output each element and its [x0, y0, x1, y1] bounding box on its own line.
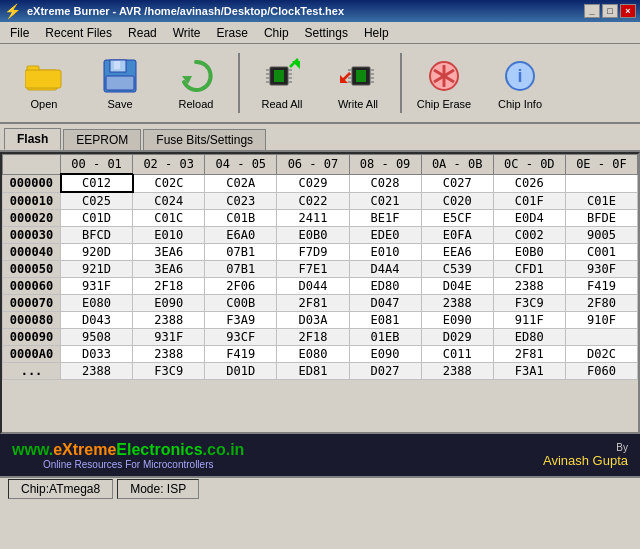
data-cell[interactable]: C01D: [61, 210, 133, 227]
data-cell[interactable]: C011: [421, 346, 493, 363]
data-cell[interactable]: C021: [349, 192, 421, 210]
data-cell[interactable]: 2388: [493, 278, 565, 295]
chip-erase-button[interactable]: Chip Erase: [408, 49, 480, 117]
data-cell[interactable]: F419: [205, 346, 277, 363]
menu-recent-files[interactable]: Recent Files: [37, 24, 120, 42]
data-cell[interactable]: C012: [61, 174, 133, 192]
data-cell[interactable]: BFDE: [565, 210, 637, 227]
data-cell[interactable]: E010: [133, 227, 205, 244]
data-cell[interactable]: EDE0: [349, 227, 421, 244]
data-cell[interactable]: C025: [61, 192, 133, 210]
data-cell[interactable]: D01D: [205, 363, 277, 380]
data-cell[interactable]: 07B1: [205, 244, 277, 261]
data-cell[interactable]: 2F06: [205, 278, 277, 295]
data-cell[interactable]: F7D9: [277, 244, 349, 261]
data-cell[interactable]: C028: [349, 174, 421, 192]
data-cell[interactable]: 930F: [565, 261, 637, 278]
data-cell[interactable]: ED80: [349, 278, 421, 295]
data-cell[interactable]: C002: [493, 227, 565, 244]
write-all-button[interactable]: Write All: [322, 49, 394, 117]
data-cell[interactable]: ED81: [277, 363, 349, 380]
data-cell[interactable]: C01F: [493, 192, 565, 210]
data-cell[interactable]: BFCD: [61, 227, 133, 244]
data-cell[interactable]: D03A: [277, 312, 349, 329]
data-cell[interactable]: 910F: [565, 312, 637, 329]
data-cell[interactable]: E0FA: [421, 227, 493, 244]
tab-eeprom[interactable]: EEPROM: [63, 129, 141, 150]
data-cell[interactable]: [565, 329, 637, 346]
save-button[interactable]: Save: [84, 49, 156, 117]
data-cell[interactable]: 2F81: [277, 295, 349, 312]
data-cell[interactable]: E090: [421, 312, 493, 329]
data-cell[interactable]: E081: [349, 312, 421, 329]
data-cell[interactable]: F3A9: [205, 312, 277, 329]
menu-write[interactable]: Write: [165, 24, 209, 42]
data-cell[interactable]: 2388: [133, 312, 205, 329]
data-cell[interactable]: EEA6: [421, 244, 493, 261]
data-cell[interactable]: 911F: [493, 312, 565, 329]
data-cell[interactable]: 3EA6: [133, 244, 205, 261]
tab-flash[interactable]: Flash: [4, 128, 61, 150]
data-cell[interactable]: 07B1: [205, 261, 277, 278]
data-cell[interactable]: F3C9: [133, 363, 205, 380]
data-cell[interactable]: C024: [133, 192, 205, 210]
data-cell[interactable]: C00B: [205, 295, 277, 312]
data-cell[interactable]: F419: [565, 278, 637, 295]
data-cell[interactable]: C020: [421, 192, 493, 210]
data-cell[interactable]: F060: [565, 363, 637, 380]
data-cell[interactable]: 920D: [61, 244, 133, 261]
data-cell[interactable]: 2F81: [493, 346, 565, 363]
data-cell[interactable]: D043: [61, 312, 133, 329]
data-cell[interactable]: E080: [277, 346, 349, 363]
data-cell[interactable]: BE1F: [349, 210, 421, 227]
data-cell[interactable]: E080: [61, 295, 133, 312]
data-cell[interactable]: D033: [61, 346, 133, 363]
chip-info-button[interactable]: i Chip Info: [484, 49, 556, 117]
data-cell[interactable]: 2411: [277, 210, 349, 227]
data-cell[interactable]: 3EA6: [133, 261, 205, 278]
menu-file[interactable]: File: [2, 24, 37, 42]
data-cell[interactable]: E0B0: [277, 227, 349, 244]
data-cell[interactable]: F3A1: [493, 363, 565, 380]
data-cell[interactable]: E0B0: [493, 244, 565, 261]
data-cell[interactable]: D027: [349, 363, 421, 380]
data-cell[interactable]: C022: [277, 192, 349, 210]
maximize-button[interactable]: □: [602, 4, 618, 18]
data-cell[interactable]: F3C9: [493, 295, 565, 312]
minimize-button[interactable]: _: [584, 4, 600, 18]
menu-help[interactable]: Help: [356, 24, 397, 42]
data-cell[interactable]: C027: [421, 174, 493, 192]
data-cell[interactable]: E5CF: [421, 210, 493, 227]
data-cell[interactable]: 2388: [61, 363, 133, 380]
data-cell[interactable]: 2F18: [277, 329, 349, 346]
data-cell[interactable]: C029: [277, 174, 349, 192]
data-cell[interactable]: CFD1: [493, 261, 565, 278]
data-cell[interactable]: E010: [349, 244, 421, 261]
data-cell[interactable]: C01C: [133, 210, 205, 227]
data-cell[interactable]: ED80: [493, 329, 565, 346]
data-cell[interactable]: 2388: [421, 363, 493, 380]
data-cell[interactable]: 2388: [421, 295, 493, 312]
data-cell[interactable]: 931F: [133, 329, 205, 346]
data-cell[interactable]: C01E: [565, 192, 637, 210]
read-all-button[interactable]: Read All: [246, 49, 318, 117]
data-cell[interactable]: C001: [565, 244, 637, 261]
data-cell[interactable]: E6A0: [205, 227, 277, 244]
data-cell[interactable]: C02A: [205, 174, 277, 192]
data-cell[interactable]: 93CF: [205, 329, 277, 346]
data-cell[interactable]: C02C: [133, 174, 205, 192]
data-cell[interactable]: F7E1: [277, 261, 349, 278]
data-cell[interactable]: D02C: [565, 346, 637, 363]
data-cell[interactable]: D029: [421, 329, 493, 346]
data-cell[interactable]: 2F80: [565, 295, 637, 312]
data-cell[interactable]: 921D: [61, 261, 133, 278]
data-cell[interactable]: 2F18: [133, 278, 205, 295]
data-cell[interactable]: D4A4: [349, 261, 421, 278]
reload-button[interactable]: Reload: [160, 49, 232, 117]
open-button[interactable]: Open: [8, 49, 80, 117]
data-cell[interactable]: E090: [133, 295, 205, 312]
menu-erase[interactable]: Erase: [209, 24, 256, 42]
data-cell[interactable]: D04E: [421, 278, 493, 295]
data-cell[interactable]: 9005: [565, 227, 637, 244]
data-cell[interactable]: E0D4: [493, 210, 565, 227]
